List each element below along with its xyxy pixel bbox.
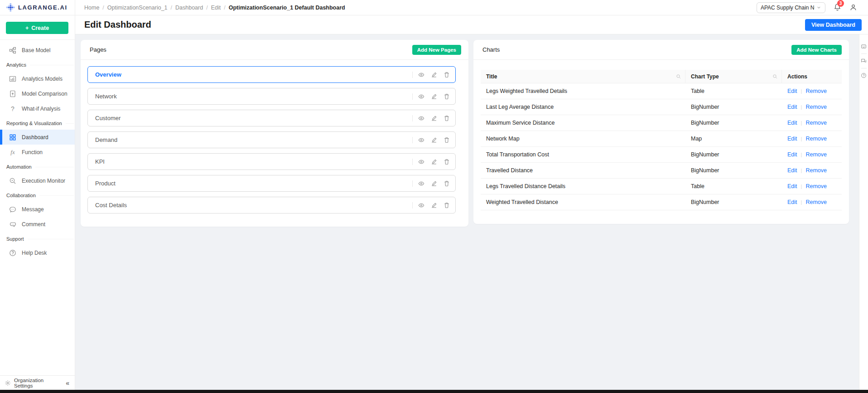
chat-bubbles-icon[interactable] [861,58,867,64]
remove-chart-link[interactable]: Remove [805,136,827,142]
column-header-chart-type: Chart Type [685,70,782,83]
edit-chart-link[interactable]: Edit [787,151,797,158]
chart-row: Maximum Service Distance BigNumber Edit … [481,115,842,131]
page-row-actions [412,72,450,78]
page-row-product[interactable]: Product [87,175,456,192]
notifications-button[interactable]: 3 [834,3,841,12]
sidebar-section-analytics: Analytics [0,58,75,71]
chart-title-cell: Total Transportation Cost [481,147,685,162]
preview-page-eye-icon[interactable] [418,180,424,187]
remove-chart-link[interactable]: Remove [805,88,827,94]
sidebar-item-function[interactable]: fxFunction [0,145,75,160]
assistant-robot-icon[interactable] [861,44,867,49]
sidebar-item-execution-monitor[interactable]: Execution Monitor [0,173,75,188]
divider [412,93,413,100]
charts-table-body: Legs Weighted Travelled Details Table Ed… [481,83,842,210]
edit-chart-link[interactable]: Edit [787,183,797,189]
preview-page-eye-icon[interactable] [418,115,424,121]
add-new-charts-button[interactable]: Add New Charts [791,45,842,55]
remove-chart-link[interactable]: Remove [805,167,827,174]
page-row-cost-details[interactable]: Cost Details [87,197,456,213]
edit-chart-link[interactable]: Edit [787,88,797,94]
remove-chart-link[interactable]: Remove [805,104,827,110]
sidebar-item-message[interactable]: Message [0,202,75,217]
delete-page-trash-icon[interactable] [444,137,450,143]
remove-chart-link[interactable]: Remove [805,199,827,205]
remove-chart-link[interactable]: Remove [805,151,827,158]
edit-page-pencil-icon[interactable] [431,202,437,209]
divider: | [801,88,802,94]
page-name: Product [95,180,412,187]
breadcrumb-item[interactable]: Dashboard [175,5,203,11]
edit-chart-link[interactable]: Edit [787,199,797,205]
search-icon[interactable] [676,74,681,79]
help-desk-icon [9,249,16,257]
collapse-sidebar-icon[interactable]: « [66,379,69,387]
divider [35,167,74,167]
divider [412,115,413,121]
edit-page-pencil-icon[interactable] [431,137,437,143]
user-avatar-icon[interactable] [849,4,857,11]
chart-actions-cell: Edit | Remove [782,147,842,162]
edit-chart-link[interactable]: Edit [787,120,797,126]
logo-text: LAGRANGE.AI [18,4,68,11]
breadcrumb-item[interactable]: Home [84,5,99,11]
page-row-demand[interactable]: Demand [87,131,456,148]
sidebar-item-base-model[interactable]: Base Model [0,43,75,58]
delete-page-trash-icon[interactable] [444,115,450,121]
app-logo[interactable]: LAGRANGE.AI [0,0,75,15]
section-label: Support [6,236,24,242]
create-button[interactable]: + Create [6,22,68,34]
delete-page-trash-icon[interactable] [444,159,450,165]
sidebar-item-comment[interactable]: Comment [0,217,75,232]
breadcrumb-item[interactable]: Edit [211,5,221,11]
add-new-pages-button[interactable]: Add New Pages [412,45,461,55]
edit-chart-link[interactable]: Edit [787,167,797,174]
edit-page-pencil-icon[interactable] [431,159,437,165]
charts-panel-title: Charts [482,46,500,53]
search-icon[interactable] [772,74,778,79]
page-row-actions [412,202,450,209]
edit-chart-link[interactable]: Edit [787,104,797,110]
delete-page-trash-icon[interactable] [444,93,450,100]
page-row-customer[interactable]: Customer [87,110,456,126]
page-row-network[interactable]: Network [87,88,456,105]
edit-page-pencil-icon[interactable] [431,115,437,121]
organization-settings-button[interactable]: Organization Settings « [0,375,75,390]
preview-page-eye-icon[interactable] [418,202,424,209]
sidebar-item-what-if-analysis[interactable]: ?What-if Analysis [0,101,75,116]
page-row-overview[interactable]: Overview [87,66,456,83]
divider [412,159,413,165]
breadcrumb-item[interactable]: OptimizationScenario_1 [107,5,168,11]
window-bottom-edge [0,390,868,393]
delete-page-trash-icon[interactable] [444,180,450,187]
chart-actions-cell: Edit | Remove [782,115,842,131]
edit-page-pencil-icon[interactable] [431,93,437,100]
chart-row: Travelled Distance BigNumber Edit | Remo… [481,163,842,179]
delete-page-trash-icon[interactable] [444,202,450,209]
remove-chart-link[interactable]: Remove [805,183,827,189]
preview-page-eye-icon[interactable] [418,72,424,78]
chart-type-cell: BigNumber [685,163,782,178]
preview-page-eye-icon[interactable] [418,137,424,143]
sidebar-item-model-comparison[interactable]: Model Comparison [0,86,75,101]
page-row-kpi[interactable]: KPI [87,153,456,170]
preview-page-eye-icon[interactable] [418,159,424,165]
chart-row: Weighted Travelled Distance BigNumber Ed… [481,194,842,210]
chart-type-cell: BigNumber [685,194,782,210]
remove-chart-link[interactable]: Remove [805,120,827,126]
divider [28,239,74,239]
view-dashboard-button[interactable]: View Dashboard [805,19,862,31]
preview-page-eye-icon[interactable] [418,93,424,100]
edit-page-pencil-icon[interactable] [431,72,437,78]
sidebar-item-analytics-models[interactable]: Analytics Models [0,71,75,86]
sidebar-item-dashboard[interactable]: Dashboard [0,130,75,145]
chart-row: Total Transportation Cost BigNumber Edit… [481,147,842,163]
scenario-select[interactable]: APAC Supply Chain Net... [757,2,825,13]
page-row-actions [412,159,450,165]
help-circle-icon[interactable] [861,73,867,78]
edit-chart-link[interactable]: Edit [787,136,797,142]
sidebar-item-help-desk[interactable]: Help Desk [0,245,75,260]
edit-page-pencil-icon[interactable] [431,180,437,187]
delete-page-trash-icon[interactable] [444,72,450,78]
